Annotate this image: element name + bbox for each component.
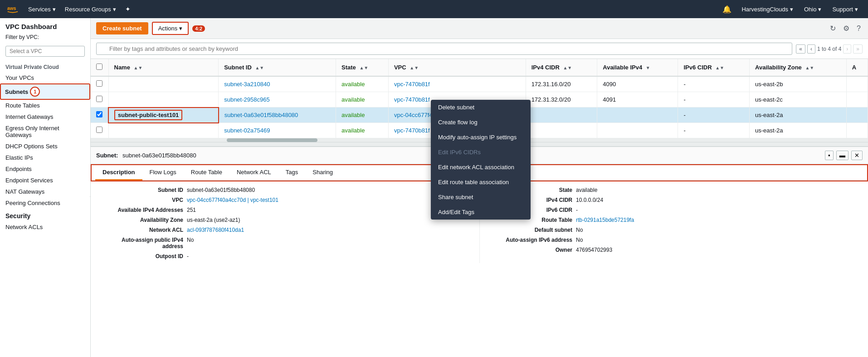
help-button[interactable]: ? bbox=[855, 24, 863, 34]
vpc-link[interactable]: vpc-04cc677f40a4cc70d | vpc-test101 bbox=[187, 197, 278, 203]
sidebar-item-dhcp[interactable]: DHCP Options Sets bbox=[0, 141, 90, 152]
prev-page-button[interactable]: ‹ bbox=[807, 44, 815, 54]
row-checkbox-cell[interactable] bbox=[91, 76, 108, 92]
detail-icon-btn-2[interactable]: ▬ bbox=[836, 151, 848, 160]
row-state: available bbox=[336, 123, 389, 138]
header-vpc[interactable]: VPC ▲▼ bbox=[388, 59, 526, 76]
row-checkbox[interactable] bbox=[96, 127, 102, 133]
actions-button[interactable]: Actions ▾ bbox=[152, 22, 189, 35]
top-nav: aws Services ▾ Resource Groups ▾ ✦ 🔔 Har… bbox=[0, 0, 868, 18]
sidebar-item-subnets[interactable]: Subnets 1 bbox=[0, 83, 90, 100]
user-menu-button[interactable]: HarvestingClouds ▾ bbox=[737, 0, 798, 18]
detail-panel-icons: ▪ ▬ ✕ bbox=[825, 151, 863, 160]
detail-icon-btn-1[interactable]: ▪ bbox=[825, 151, 834, 160]
context-menu-item[interactable]: Edit network ACL association bbox=[431, 160, 531, 175]
vpc-select-input[interactable] bbox=[5, 46, 85, 57]
header-ipv6-cidr[interactable]: IPv6 CIDR ▲▼ bbox=[678, 59, 750, 76]
row-state: available bbox=[336, 108, 389, 123]
sidebar-item-route-tables[interactable]: Route Tables bbox=[0, 100, 90, 111]
context-menu-item[interactable]: Edit route table association bbox=[431, 175, 531, 190]
row-az: us-east-2b bbox=[750, 76, 847, 92]
select-all-checkbox[interactable] bbox=[96, 64, 102, 70]
sidebar-item-peering[interactable]: Peering Connections bbox=[0, 197, 90, 209]
tab-route-table[interactable]: Route Table bbox=[184, 165, 229, 181]
settings-button[interactable]: ⚙ bbox=[841, 23, 851, 34]
context-menu-item[interactable]: Modify auto-assign IP settings bbox=[431, 130, 531, 145]
row-subnet-id[interactable]: subnet-2958c965 bbox=[219, 92, 336, 108]
region-button[interactable]: Ohio ▾ bbox=[800, 0, 826, 18]
pagination-text: 1 to 4 of 4 bbox=[817, 46, 841, 52]
context-menu-item[interactable]: Create flow log bbox=[431, 115, 531, 130]
sidebar-item-your-vpcs[interactable]: Your VPCs bbox=[0, 72, 90, 83]
security-section-title: Security bbox=[0, 209, 90, 221]
sidebar-item-endpoints[interactable]: Endpoints bbox=[0, 163, 90, 175]
tab-tags[interactable]: Tags bbox=[278, 165, 305, 181]
row-subnet-id[interactable]: subnet-0a63e01f58bb48080 bbox=[219, 108, 336, 123]
row-ipv6-cidr: - bbox=[678, 108, 750, 123]
row-az: us-east-2a bbox=[750, 123, 847, 138]
table-row[interactable]: subnet-3a210840 available vpc-7470b81f 1… bbox=[91, 76, 868, 92]
header-checkbox[interactable] bbox=[91, 59, 108, 76]
row-checkbox[interactable] bbox=[96, 111, 102, 117]
network-acl-link[interactable]: acl-093f787680f410da1 bbox=[187, 227, 244, 233]
notifications-button[interactable]: 🔔 bbox=[719, 0, 735, 18]
label-outpost-id: Outpost ID bbox=[102, 253, 183, 259]
row-vpc[interactable]: vpc-7470b81f bbox=[388, 76, 526, 92]
bell-icon: 🔔 bbox=[722, 5, 731, 14]
detail-row-outpost-id: Outpost ID - bbox=[102, 253, 468, 259]
header-subnet-id[interactable]: Subnet ID ▲▼ bbox=[219, 59, 336, 76]
sidebar: VPC Dashboard Filter by VPC: Virtual Pri… bbox=[0, 18, 91, 357]
sidebar-item-endpoint-services[interactable]: Endpoint Services bbox=[0, 175, 90, 186]
context-menu-item[interactable]: Add/Edit Tags bbox=[431, 205, 531, 220]
sidebar-collapse-button[interactable]: ◀ bbox=[90, 179, 91, 197]
next-page-button[interactable]: › bbox=[843, 44, 851, 54]
route-table-link[interactable]: rtb-0291a15bde57219fa bbox=[576, 217, 634, 223]
refresh-button[interactable]: ↻ bbox=[828, 23, 838, 34]
context-menu-item[interactable]: Delete subnet bbox=[431, 100, 531, 115]
tab-description[interactable]: Description bbox=[95, 165, 142, 181]
sidebar-item-network-acls[interactable]: Network ACLs bbox=[0, 221, 90, 233]
tab-sharing[interactable]: Sharing bbox=[305, 165, 340, 181]
row-checkbox[interactable] bbox=[96, 96, 102, 102]
detail-icon-btn-3[interactable]: ✕ bbox=[851, 151, 863, 160]
services-nav-button[interactable]: Services ▾ bbox=[24, 0, 60, 18]
row-subnet-id[interactable]: subnet-02a75469 bbox=[219, 123, 336, 138]
label-az: Availability Zone bbox=[102, 217, 183, 223]
resource-groups-label: Resource Groups bbox=[65, 6, 111, 13]
pin-icon-button[interactable]: ✦ bbox=[121, 0, 135, 18]
header-az[interactable]: Availability Zone ▲▼ bbox=[750, 59, 847, 76]
row-checkbox-cell[interactable] bbox=[91, 108, 108, 123]
row-state: available bbox=[336, 92, 389, 108]
row-checkbox[interactable] bbox=[96, 80, 102, 87]
header-az-id[interactable]: A bbox=[846, 59, 868, 76]
row-checkbox-cell[interactable] bbox=[91, 92, 108, 108]
row-ipv4-cidr bbox=[526, 123, 597, 138]
label-subnet-id: Subnet ID bbox=[102, 187, 183, 193]
sidebar-item-internet-gateways[interactable]: Internet Gateways bbox=[0, 111, 90, 122]
sidebar-item-elastic-ips[interactable]: Elastic IPs bbox=[0, 152, 90, 163]
detail-row-available-ipv4: Available IPv4 Addresses 251 bbox=[102, 207, 468, 213]
vpc-filter-search[interactable] bbox=[0, 44, 90, 60]
row-subnet-id[interactable]: subnet-3a210840 bbox=[219, 76, 336, 92]
support-button[interactable]: Support ▾ bbox=[828, 0, 863, 18]
header-name[interactable]: Name ▲▼ bbox=[108, 59, 219, 76]
search-input[interactable] bbox=[96, 43, 792, 55]
tab-flow-logs[interactable]: Flow Logs bbox=[142, 165, 184, 181]
sidebar-item-egress-gateways[interactable]: Egress Only Internet Gateways bbox=[0, 122, 90, 141]
row-checkbox-cell[interactable] bbox=[91, 123, 108, 138]
actions-chevron-icon: ▾ bbox=[179, 25, 182, 32]
header-state[interactable]: State ▲▼ bbox=[336, 59, 389, 76]
header-ipv4-cidr[interactable]: IPv4 CIDR ▲▼ bbox=[526, 59, 597, 76]
context-menu-item[interactable]: Share subnet bbox=[431, 190, 531, 205]
row-az: us-east-2c bbox=[750, 92, 847, 108]
dashboard-title: VPC Dashboard bbox=[0, 18, 90, 32]
last-page-button[interactable]: » bbox=[853, 44, 863, 54]
first-page-button[interactable]: « bbox=[796, 44, 805, 54]
resource-groups-nav-button[interactable]: Resource Groups ▾ bbox=[60, 0, 121, 18]
region-label: Ohio bbox=[804, 6, 816, 13]
search-bar: « ‹ 1 to 4 of 4 › » bbox=[91, 39, 868, 59]
sidebar-item-nat-gateways[interactable]: NAT Gateways bbox=[0, 186, 90, 197]
header-available-ipv4[interactable]: Available IPv4 ▼ bbox=[597, 59, 678, 76]
create-subnet-button[interactable]: Create subnet bbox=[96, 22, 148, 34]
tab-network-acl[interactable]: Network ACL bbox=[229, 165, 278, 181]
